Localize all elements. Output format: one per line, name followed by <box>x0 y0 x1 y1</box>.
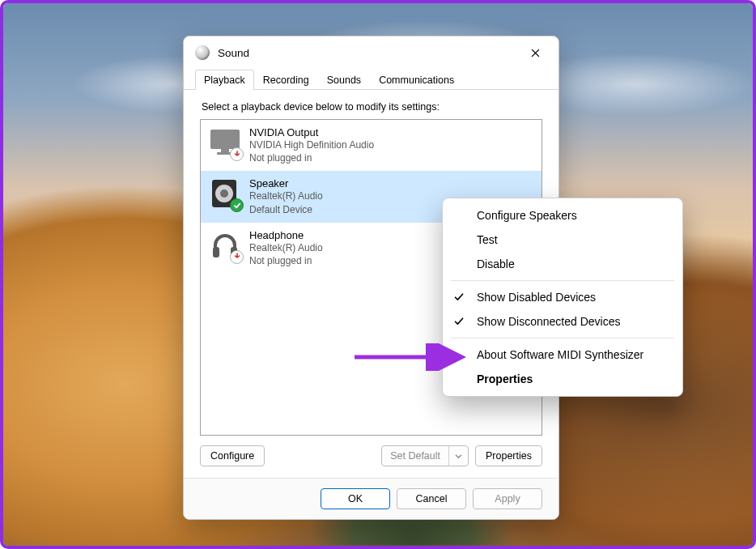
context-menu-item-label: Show Disabled Devices <box>477 291 596 304</box>
set-default-button[interactable]: Set Default <box>381 445 469 466</box>
context-menu-item-label: Properties <box>477 372 533 385</box>
configure-button[interactable]: Configure <box>200 445 265 466</box>
sound-icon <box>195 45 210 60</box>
device-name: Headphone <box>249 229 323 241</box>
window-title: Sound <box>218 47 516 59</box>
dialog-footer: OK Cancel Apply <box>184 478 559 519</box>
device-text: Speaker Realtek(R) Audio Default Device <box>249 177 323 215</box>
device-subtitle: Realtek(R) Audio <box>249 241 323 254</box>
context-menu-item-label: Disable <box>477 257 515 270</box>
svg-rect-1 <box>212 131 238 147</box>
properties-button[interactable]: Properties <box>475 445 542 466</box>
device-text: Headphone Realtek(R) Audio Not plugged i… <box>249 229 323 267</box>
context-menu-item-disable[interactable]: Disable <box>443 252 682 276</box>
device-status: Default Device <box>249 203 323 216</box>
tab-strip: Playback Recording Sounds Communications <box>184 69 559 90</box>
context-menu-item-about-software-midi-synthesizer[interactable]: About Software MIDI Synthesizer <box>443 343 682 367</box>
titlebar: Sound <box>184 36 559 69</box>
device-status: Not plugged in <box>249 254 323 267</box>
device-buttons-row: Configure Set Default Properties <box>200 436 542 478</box>
context-menu-item-show-disabled-devices[interactable]: Show Disabled Devices <box>443 285 682 309</box>
context-menu-separator <box>451 280 674 281</box>
svg-point-6 <box>220 189 228 198</box>
device-text: NVIDIA Output NVIDIA High Definition Aud… <box>249 126 374 164</box>
close-button[interactable] <box>516 40 554 65</box>
device-item-nvidia-output[interactable]: NVIDIA Output NVIDIA High Definition Aud… <box>201 120 542 171</box>
device-name: NVIDIA Output <box>249 126 374 138</box>
chevron-down-icon[interactable] <box>448 446 468 466</box>
device-subtitle: Realtek(R) Audio <box>249 189 323 202</box>
tab-playback[interactable]: Playback <box>195 70 254 90</box>
monitor-icon <box>209 126 241 159</box>
context-menu-separator <box>451 338 674 338</box>
context-menu-item-label: Configure Speakers <box>477 209 577 222</box>
apply-button[interactable]: Apply <box>473 488 542 509</box>
default-badge-icon <box>230 198 244 212</box>
device-name: Speaker <box>249 177 323 189</box>
svg-rect-2 <box>221 149 229 152</box>
context-menu-item-label: Test <box>477 233 498 246</box>
headphone-icon <box>209 229 241 262</box>
unplugged-badge-icon <box>230 250 244 264</box>
context-menu-item-show-disconnected-devices[interactable]: Show Disconnected Devices <box>443 309 682 334</box>
tab-communications[interactable]: Communications <box>370 70 463 90</box>
context-menu-item-properties[interactable]: Properties <box>443 367 682 391</box>
check-icon <box>454 316 465 327</box>
context-menu-item-configure-speakers[interactable]: Configure Speakers <box>443 203 682 228</box>
svg-rect-7 <box>213 247 219 257</box>
cancel-button[interactable]: Cancel <box>397 488 466 509</box>
device-subtitle: NVIDIA High Definition Audio <box>249 138 374 151</box>
instruction-text: Select a playback device below to modify… <box>202 101 542 113</box>
speaker-icon <box>209 177 241 210</box>
ok-button[interactable]: OK <box>321 488 390 509</box>
close-icon <box>531 49 540 57</box>
set-default-label: Set Default <box>382 446 448 466</box>
check-icon <box>454 292 465 303</box>
unplugged-badge-icon <box>230 147 244 161</box>
context-menu-item-label: About Software MIDI Synthesizer <box>477 348 643 361</box>
context-menu-item-label: Show Disconnected Devices <box>477 315 620 328</box>
device-status: Not plugged in <box>249 151 374 164</box>
context-menu-item-test[interactable]: Test <box>443 228 682 252</box>
tab-sounds[interactable]: Sounds <box>318 70 370 90</box>
tab-recording[interactable]: Recording <box>254 70 318 90</box>
context-menu: Configure SpeakersTestDisableShow Disabl… <box>442 198 683 397</box>
